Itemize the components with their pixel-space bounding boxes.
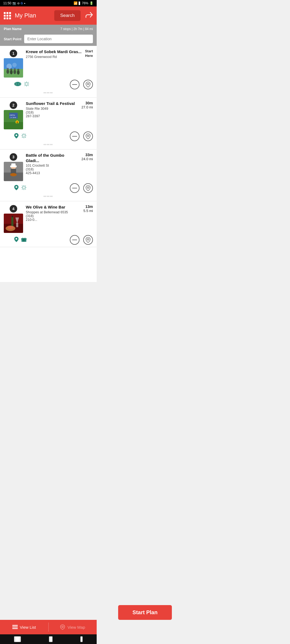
pin-icon-2	[14, 133, 19, 140]
app-title: My Plan	[15, 12, 52, 19]
stop-row-1: 1	[4, 49, 93, 78]
stop-icons-right-3	[70, 183, 93, 193]
stop-dist-3: 24.0 mi	[81, 157, 93, 161]
svg-line-24	[25, 85, 26, 86]
svg-rect-51	[10, 166, 17, 167]
svg-rect-74	[23, 238, 24, 242]
battery-text: 76%	[82, 1, 88, 5]
status-right: 📶 ▋ 76% 🔋	[74, 1, 93, 5]
stop-footer-1	[4, 80, 93, 89]
stop-dist-2: 27.0 mi	[81, 105, 93, 109]
svg-line-41	[25, 137, 26, 138]
svg-rect-34	[17, 123, 18, 127]
svg-rect-67	[12, 216, 13, 217]
mask-icon	[14, 81, 21, 88]
svg-text:LA 3048: LA 3048	[10, 117, 16, 118]
stop-item-2: 2 ORTH LA 3048	[0, 98, 97, 149]
stop-address-2: State Rte 3049	[26, 107, 79, 111]
stop-address-4: Shoppes at Bellemead 6535	[26, 210, 81, 214]
stop-time-dist-4: 13m 5.5 mi	[84, 204, 93, 213]
svg-rect-1	[4, 69, 23, 78]
stop-list: 1	[0, 46, 97, 282]
svg-rect-28	[4, 122, 23, 129]
stop-footer-3	[4, 183, 93, 193]
stop-icons-left-2	[14, 133, 27, 140]
svg-line-59	[25, 188, 26, 189]
sparkle-icon-1	[24, 81, 30, 88]
svg-point-15	[15, 83, 16, 85]
stop-phone-3: (318)425-4413	[26, 167, 79, 175]
stop-row-4: 4 We Oli	[4, 204, 93, 233]
stop-item-1: 1	[0, 46, 97, 98]
search-button[interactable]: Search	[54, 10, 81, 21]
svg-point-35	[16, 134, 17, 136]
pin-icon-4	[14, 236, 19, 244]
stop-thumb-4	[4, 214, 23, 233]
svg-point-63	[87, 187, 89, 188]
svg-line-22	[27, 85, 28, 86]
remove-stop-4-button[interactable]	[70, 235, 79, 245]
svg-point-4	[6, 69, 9, 74]
stop-icons-left-3	[14, 184, 27, 192]
locate-stop-1-button[interactable]	[83, 80, 93, 89]
photo-icon: 📷	[12, 2, 16, 5]
stop-time-2: 30m	[81, 101, 93, 105]
stop-right-1: StartHere	[85, 49, 93, 58]
stop-thumb-1	[4, 58, 23, 78]
svg-point-45	[87, 135, 89, 137]
stop-icons-left-1	[14, 81, 30, 88]
remove-stop-3-button[interactable]	[70, 183, 79, 193]
dot-indicator: ●	[24, 2, 26, 5]
stop-footer-2	[4, 131, 93, 141]
stop-time-3: 33m	[81, 153, 93, 157]
svg-point-71	[16, 238, 17, 240]
stop-icons-right-1	[70, 80, 93, 89]
stop-dist-4: 5.5 mi	[84, 209, 93, 213]
stop-icons-right-2	[70, 131, 93, 141]
stop-number-1: 1	[10, 50, 17, 57]
svg-point-3	[12, 63, 17, 67]
location-input[interactable]	[24, 35, 93, 43]
drag-handle-1[interactable]: ═══	[4, 89, 93, 95]
share-icon[interactable]	[85, 12, 93, 20]
signal-icon: ▋	[79, 2, 81, 5]
start-point-label: Start Point	[4, 37, 21, 41]
stop-right-2: 30m 27.0 mi	[81, 101, 93, 109]
stop-row-3: 3 Battle	[4, 153, 93, 181]
stop-icons-right-4	[70, 235, 93, 245]
remove-stop-1-button[interactable]	[70, 80, 79, 89]
svg-point-53	[16, 186, 17, 188]
battery-icon: 🔋	[89, 1, 93, 5]
sparkle-icon-2	[21, 133, 27, 140]
status-left: 11:50 📷 ⊖ G ●	[3, 1, 25, 5]
drag-handle-3[interactable]: ═══	[4, 193, 93, 199]
stop-right-3: 33m 24.0 mi	[81, 153, 93, 161]
wifi-icon: 📶	[74, 1, 78, 5]
stop-left-4: 4	[4, 204, 23, 233]
stop-number-4: 4	[10, 205, 17, 213]
sparkle-icon-3	[21, 185, 27, 192]
svg-point-6	[10, 70, 13, 74]
grid-icon[interactable]	[4, 12, 11, 19]
stop-middle-1: Krewe of Sobek Mardi Gras... 2756 Greenw…	[26, 49, 82, 59]
stop-name-3: Battle of the Gumbo Gladi...	[26, 153, 79, 163]
drag-handle-2[interactable]: ═══	[4, 141, 93, 147]
google-icon: G	[21, 2, 23, 5]
stop-time-dist-3: 33m 24.0 mi	[81, 153, 93, 161]
gift-icon-4	[21, 236, 27, 244]
stop-middle-3: Battle of the Gumbo Gladi... 101 Crocket…	[26, 153, 79, 175]
start-point-bar: Start Point	[0, 33, 97, 46]
locate-stop-2-button[interactable]	[83, 131, 93, 141]
locate-stop-3-button[interactable]	[83, 183, 93, 193]
stop-name-2: Sunflower Trail & Festival	[26, 101, 79, 106]
svg-line-43	[22, 137, 23, 138]
plan-name-label: Plan Name	[4, 27, 21, 31]
remove-stop-2-button[interactable]	[70, 131, 79, 141]
stop-number-2: 2	[10, 101, 17, 109]
stop-thumb-3	[4, 162, 23, 181]
status-bar: 11:50 📷 ⊖ G ● 📶 ▋ 76% 🔋	[0, 0, 97, 6]
stop-time-4: 13m	[84, 204, 93, 209]
locate-stop-4-button[interactable]	[83, 235, 93, 245]
svg-point-52	[10, 173, 17, 176]
svg-rect-44	[72, 136, 77, 137]
